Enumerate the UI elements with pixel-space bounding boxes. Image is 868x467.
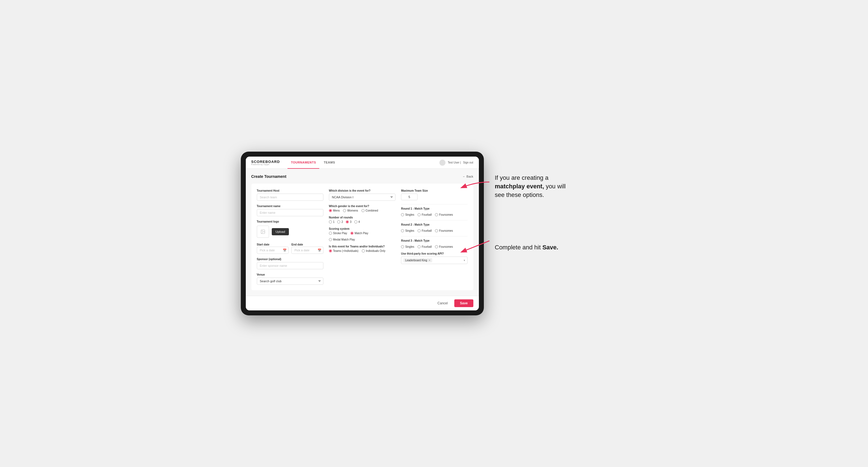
navbar: SCOREBOARD Powered by clippit TOURNAMENT… xyxy=(246,157,479,169)
dates-group: Start date 📅 End date xyxy=(257,242,323,254)
form-col-1: Tournament Host Tournament name Tourname… xyxy=(257,189,323,285)
chevron-down-icon: ▾ xyxy=(464,259,465,262)
tablet-screen: SCOREBOARD Powered by clippit TOURNAMENT… xyxy=(246,157,479,310)
page-title: Create Tournament xyxy=(251,174,286,179)
end-date-input[interactable] xyxy=(291,247,323,254)
division-label: Which division is the event for? xyxy=(329,189,396,192)
annotation-bottom-container: Complete and hit Save. xyxy=(495,243,627,252)
scoring-label: Scoring system xyxy=(329,227,396,230)
teams-label: Is this event for Teams and/or Individua… xyxy=(329,245,396,248)
round1-match-type-label: Round 1 - Match Type xyxy=(401,207,468,210)
division-group: Which division is the event for? NCAA Di… xyxy=(329,189,396,201)
upload-button[interactable]: Upload xyxy=(272,228,289,235)
tournament-name-input[interactable] xyxy=(257,209,323,216)
tournament-host-input[interactable] xyxy=(257,194,323,201)
scoring-match-play[interactable]: Match Play xyxy=(350,232,368,235)
arrow-top-svg xyxy=(459,179,492,196)
round-2[interactable]: 2 xyxy=(337,220,343,223)
tournament-logo-group: Tournament logo Upload xyxy=(257,220,323,238)
brand-logo: SCOREBOARD Powered by clippit xyxy=(251,160,280,165)
save-button[interactable]: Save xyxy=(454,299,473,307)
signout-link[interactable]: Sign out xyxy=(463,161,473,164)
teams-radio-group: Teams (+Individuals) Individuals Only xyxy=(329,249,396,252)
teams-option[interactable]: Teams (+Individuals) xyxy=(329,249,359,252)
sponsor-label: Sponsor (optional) xyxy=(257,258,323,261)
annotation-bottom: Complete and hit Save. xyxy=(495,243,567,252)
page-content: Create Tournament ← Back Tournament Host… xyxy=(246,169,479,296)
annotation-top-text1: If you are creating a xyxy=(495,174,549,181)
tablet-device: SCOREBOARD Powered by clippit TOURNAMENT… xyxy=(241,152,484,315)
rounds-radio-group: 1 2 3 4 xyxy=(329,220,396,223)
start-date-label: Start date xyxy=(257,243,270,246)
start-date-group: Start date 📅 xyxy=(257,242,289,254)
gender-womens[interactable]: Womens xyxy=(343,209,358,212)
max-team-size-input[interactable] xyxy=(401,194,417,200)
round2-singles[interactable]: Singles xyxy=(401,229,414,232)
brand-title: SCOREBOARD xyxy=(251,160,280,163)
rounds-group: Number of rounds 1 2 3 xyxy=(329,216,396,223)
round-1[interactable]: 1 xyxy=(329,220,335,223)
round3-radio-group: Singles Fourball Foursomes xyxy=(401,245,468,248)
brand-subtitle: Powered by clippit xyxy=(251,163,280,165)
svg-point-1 xyxy=(262,230,262,231)
form-col-2: Which division is the event for? NCAA Di… xyxy=(329,189,396,285)
nav-teams[interactable]: TEAMS xyxy=(320,157,338,169)
end-date-wrapper: 📅 xyxy=(291,247,323,254)
leaderboard-select[interactable]: Leaderboard King ✕ ▾ xyxy=(401,256,468,264)
navbar-right: Test User | Sign out xyxy=(439,160,473,166)
division-select[interactable]: NCAA Division I xyxy=(329,194,396,201)
max-team-size-label: Maximum Team Size xyxy=(401,189,468,192)
gender-mens[interactable]: Mens xyxy=(329,209,340,212)
tournament-host-group: Tournament Host xyxy=(257,189,323,201)
back-link[interactable]: ← Back xyxy=(463,175,473,178)
sponsor-group: Sponsor (optional) xyxy=(257,258,323,269)
scoring-group: Scoring system Stroke Play Match Play Me… xyxy=(329,227,396,241)
annotations: If you are creating a matchplay event, y… xyxy=(495,152,627,252)
round2-fourball[interactable]: Fourball xyxy=(417,229,432,232)
tournament-logo-label: Tournament logo xyxy=(257,220,323,223)
annotation-top-container: If you are creating a matchplay event, y… xyxy=(495,174,627,199)
tag-remove-icon[interactable]: ✕ xyxy=(428,259,431,262)
round3-fourball[interactable]: Fourball xyxy=(417,245,432,248)
annotation-bottom-bold: Save. xyxy=(542,244,558,251)
rounds-label: Number of rounds xyxy=(329,216,396,219)
form-col-3: Maximum Team Size Round 1 - Match Type S… xyxy=(401,189,468,285)
round2-foursomes[interactable]: Foursomes xyxy=(435,229,453,232)
venue-select[interactable]: Search golf club xyxy=(257,278,323,285)
gender-group: Which gender is the event for? Mens Wome… xyxy=(329,205,396,212)
round1-singles[interactable]: Singles xyxy=(401,213,414,216)
nav-tournaments[interactable]: TOURNAMENTS xyxy=(287,157,319,169)
user-avatar xyxy=(439,160,445,166)
venue-label: Venue xyxy=(257,273,323,276)
individuals-option[interactable]: Individuals Only xyxy=(362,249,385,252)
round1-radio-group: Singles Fourball Foursomes xyxy=(401,213,468,216)
round2-radio-group: Singles Fourball Foursomes xyxy=(401,229,468,232)
sponsor-input[interactable] xyxy=(257,262,323,269)
round1-fourball[interactable]: Fourball xyxy=(417,213,432,216)
round2-match-type-label: Round 2 - Match Type xyxy=(401,223,468,226)
round1-match-type-group: Round 1 - Match Type Singles Fourball Fo… xyxy=(401,204,468,216)
start-date-input[interactable] xyxy=(257,247,289,254)
api-group: Use third-party live scoring API? Leader… xyxy=(401,252,468,264)
round3-singles[interactable]: Singles xyxy=(401,245,414,248)
page-header: Create Tournament ← Back xyxy=(251,174,473,179)
cancel-button[interactable]: Cancel xyxy=(434,299,452,307)
api-label: Use third-party live scoring API? xyxy=(401,252,468,255)
teams-group: Is this event for Teams and/or Individua… xyxy=(329,245,396,252)
round1-foursomes[interactable]: Foursomes xyxy=(435,213,453,216)
annotation-top-bold: matchplay event, xyxy=(495,183,544,190)
scoring-stroke-play[interactable]: Stroke Play xyxy=(329,232,347,235)
venue-group: Venue Search golf club xyxy=(257,273,323,285)
round3-match-type-label: Round 3 - Match Type xyxy=(401,239,468,242)
tournament-name-label: Tournament name xyxy=(257,205,323,208)
form-footer: Cancel Save xyxy=(246,296,479,310)
round-3[interactable]: 3 xyxy=(346,220,351,223)
max-team-size-group: Maximum Team Size xyxy=(401,189,468,200)
gender-combined[interactable]: Combined xyxy=(362,209,378,212)
scoring-medal-match-play[interactable]: Medal Match Play xyxy=(329,238,355,241)
tournament-name-group: Tournament name xyxy=(257,205,323,216)
annotation-top: If you are creating a matchplay event, y… xyxy=(495,174,567,199)
round3-foursomes[interactable]: Foursomes xyxy=(435,245,453,248)
nav-links: TOURNAMENTS TEAMS xyxy=(287,157,439,169)
round-4[interactable]: 4 xyxy=(354,220,360,223)
